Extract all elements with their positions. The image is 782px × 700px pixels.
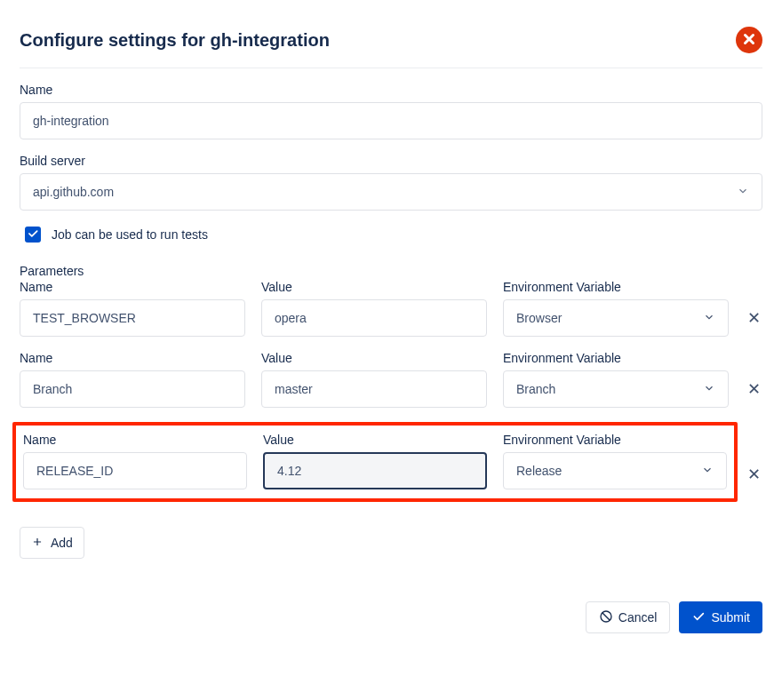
param-env-col: Environment Variable Browser (503, 280, 729, 337)
x-icon: ✕ (747, 380, 761, 398)
chevron-down-icon (737, 185, 749, 200)
param-env-label: Environment Variable (503, 351, 729, 365)
param-name-input[interactable] (23, 452, 247, 489)
chevron-down-icon (701, 464, 714, 479)
param-env-value: Browser (516, 311, 562, 325)
param-value-label: Value (261, 280, 487, 294)
chevron-down-icon (703, 311, 715, 326)
build-server-field-group: Build server api.github.com (20, 154, 762, 211)
param-value-col: Value (261, 351, 487, 408)
param-env-label: Environment Variable (503, 433, 727, 447)
name-field-group: Name (20, 83, 762, 139)
cancel-label: Cancel (618, 610, 658, 624)
param-value-col: Value (263, 433, 487, 489)
parameter-row: Name Value Environment Variable Browser … (20, 280, 762, 342)
add-label: Add (51, 536, 73, 550)
add-parameter-button[interactable]: Add (20, 527, 84, 559)
parameter-row: Name Value Environment Variable Branch ✕ (20, 351, 762, 413)
close-button[interactable] (736, 27, 762, 53)
parameters-heading: Parameters (20, 264, 762, 278)
param-value-label: Value (261, 351, 487, 365)
remove-parameter-button[interactable]: ✕ (747, 310, 761, 326)
highlighted-parameter-row: Name Value Environment Variable Release (12, 422, 738, 502)
param-remove-col: ✕ (745, 456, 762, 493)
remove-parameter-button[interactable]: ✕ (747, 381, 761, 397)
param-env-value: Release (516, 464, 562, 478)
modal-header: Configure settings for gh-integration (20, 27, 762, 68)
chevron-down-icon (703, 382, 715, 397)
cancel-icon (599, 609, 613, 626)
run-tests-label: Job can be used to run tests (52, 227, 208, 242)
cancel-button[interactable]: Cancel (586, 601, 671, 633)
param-value-input[interactable] (261, 299, 487, 337)
submit-label: Submit (711, 610, 750, 624)
param-name-input[interactable] (20, 370, 245, 408)
param-value-col: Value (261, 280, 487, 337)
param-value-input[interactable] (261, 370, 487, 408)
check-icon (691, 609, 706, 626)
param-env-col: Environment Variable Release (503, 433, 727, 489)
run-tests-checkbox[interactable] (25, 227, 41, 243)
build-server-select[interactable]: api.github.com (20, 173, 762, 211)
remove-parameter-button[interactable]: ✕ (747, 466, 761, 482)
param-env-select[interactable]: Release (503, 452, 727, 489)
close-icon (741, 31, 757, 50)
modal-title: Configure settings for gh-integration (20, 30, 330, 51)
param-env-select[interactable]: Browser (503, 299, 729, 337)
param-remove-col: ✕ (745, 299, 762, 337)
param-name-col: Name (20, 280, 245, 337)
highlighted-parameter-row-wrap: Name Value Environment Variable Release … (20, 422, 762, 502)
param-env-select[interactable]: Branch (503, 370, 729, 408)
build-server-value: api.github.com (33, 185, 114, 199)
param-env-col: Environment Variable Branch (503, 351, 729, 408)
check-icon (27, 227, 39, 243)
param-name-col: Name (20, 351, 245, 408)
x-icon: ✕ (747, 309, 761, 327)
param-name-label: Name (20, 280, 245, 294)
name-label: Name (20, 83, 762, 97)
param-env-label: Environment Variable (503, 280, 729, 294)
name-input[interactable] (20, 102, 762, 139)
param-value-label: Value (263, 433, 487, 447)
modal-footer: Cancel Submit (20, 601, 762, 633)
plus-icon (31, 536, 44, 551)
param-name-col: Name (23, 433, 247, 489)
param-value-input[interactable] (263, 452, 487, 489)
param-name-label: Name (23, 433, 247, 447)
submit-button[interactable]: Submit (679, 601, 762, 633)
param-name-input[interactable] (20, 299, 245, 337)
build-server-label: Build server (20, 154, 762, 168)
x-icon: ✕ (747, 465, 761, 483)
param-env-value: Branch (516, 382, 555, 396)
param-remove-col: ✕ (745, 370, 762, 408)
param-name-label: Name (20, 351, 245, 365)
run-tests-checkbox-row: Job can be used to run tests (25, 227, 762, 243)
